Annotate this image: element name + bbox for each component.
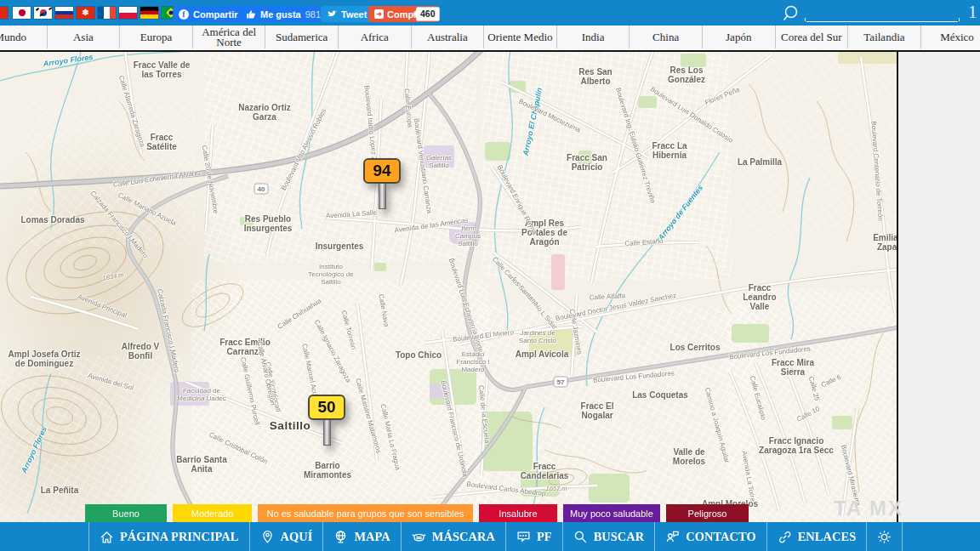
twitter-bird-icon — [327, 9, 338, 20]
region-nav: MundoAsiaEuropaAmérica del NorteSudameri… — [0, 26, 980, 52]
toolbar-label: PÁGINA PRINCIPAL — [120, 530, 239, 544]
thumbs-up-icon — [246, 9, 256, 20]
flag-south-korea-icon[interactable] — [34, 7, 52, 19]
facebook-icon: f — [179, 9, 189, 20]
pin-icon — [260, 530, 275, 544]
marker-post — [323, 420, 331, 446]
page: { "topbar": { "flags": ["partial-red","j… — [0, 0, 980, 551]
contact-icon — [665, 530, 680, 544]
flag-partial-red-icon[interactable] — [0, 7, 8, 19]
toolbar-gear-button[interactable] — [867, 522, 903, 551]
toolbar-label: MÁSCARA — [432, 530, 495, 544]
tab-tailandia[interactable]: Tailandia — [847, 26, 920, 48]
legend-item: Peligroso — [666, 504, 749, 522]
map[interactable]: Fracc Valle de las TorresNazario Ortiz G… — [0, 50, 897, 522]
map-features — [0, 50, 897, 522]
facebook-share-label: Compartir — [193, 9, 238, 20]
tab-china[interactable]: China — [629, 26, 702, 48]
tab-jap-n[interactable]: Japón — [702, 26, 775, 48]
legend-item: Moderado — [173, 504, 252, 522]
aqi-value: 94 — [363, 158, 401, 184]
tab-am-rica-del-norte[interactable]: América del Norte — [192, 26, 265, 48]
home-icon — [100, 530, 114, 544]
top-bar: f Compartir Me gusta 981 Tweet ➜ Compart… — [0, 0, 980, 26]
toolbar-label: ENLACES — [798, 530, 857, 544]
tab-asia[interactable]: Asia — [47, 26, 120, 48]
marker-post — [379, 184, 386, 209]
facebook-like-label: Me gusta — [260, 9, 301, 20]
toolbar-label: PF — [537, 530, 552, 544]
facebook-like-button[interactable]: Me gusta 981 — [240, 6, 327, 22]
tab-africa[interactable]: Africa — [338, 26, 411, 48]
toolbar-buscar-button[interactable]: BUSCAR — [563, 522, 656, 551]
flag-russia-icon[interactable] — [55, 7, 73, 19]
flag-hong-kong-icon[interactable] — [77, 7, 94, 19]
tab-europa[interactable]: Europa — [119, 26, 192, 48]
toolbar-aquí-button[interactable]: AQUÍ — [250, 522, 324, 551]
facebook-share-button[interactable]: f Compartir — [173, 6, 244, 22]
legend-item: Muy poco saludable — [563, 504, 660, 522]
tab-corea-del-sur[interactable]: Corea del Sur — [775, 26, 848, 48]
tab-india[interactable]: India — [556, 26, 630, 48]
right-gutter — [898, 50, 980, 522]
tab-oriente-medio[interactable]: Oriente Medio — [483, 26, 556, 48]
flag-japan-icon[interactable] — [13, 7, 31, 19]
mask-icon — [412, 530, 426, 544]
tweet-label: Tweet — [341, 9, 367, 20]
toolbar-label: CONTACTO — [686, 530, 755, 544]
toolbar-pf-button[interactable]: PF — [506, 522, 563, 551]
tab-sudamerica[interactable]: Sudamerica — [265, 26, 338, 48]
aqi-value: 50 — [308, 395, 345, 420]
bottom-toolbar: PÁGINA PRINCIPALAQUÍMAPAMÁSCARAPFBUSCARC… — [0, 522, 980, 551]
flag-france-icon[interactable] — [98, 7, 116, 19]
partial-text: 1 — [968, 2, 977, 23]
aqi-legend: BuenoModeradoNo es saludable para grupos… — [85, 504, 749, 522]
toolbar-máscara-button[interactable]: MÁSCARA — [402, 522, 506, 551]
tweet-button[interactable]: Tweet — [321, 6, 373, 22]
toolbar-label: AQUÍ — [281, 530, 313, 544]
flag-germany-icon[interactable] — [140, 7, 158, 19]
search-zone — [783, 3, 980, 24]
legend-item: Bueno — [85, 504, 167, 522]
search-icon — [783, 3, 803, 24]
legend-item: No es saludable para grupos que son sens… — [258, 504, 473, 522]
globe-icon — [333, 530, 348, 544]
flag-poland-icon[interactable] — [119, 7, 137, 19]
toolbar-label: BUSCAR — [594, 530, 645, 544]
link-icon — [778, 530, 792, 544]
toolbar-spacer — [0, 522, 89, 551]
legend-item: Insalubre — [479, 504, 557, 522]
toolbar-label: MAPA — [354, 530, 390, 544]
search-input[interactable] — [806, 18, 958, 22]
toolbar-contacto-button[interactable]: CONTACTO — [655, 522, 766, 551]
tab-australia[interactable]: Australia — [411, 26, 484, 48]
share-count-badge: 460 — [416, 7, 440, 21]
aqi-marker-50[interactable]: 50 — [308, 395, 345, 446]
toolbar-página-principal-button[interactable]: PÁGINA PRINCIPAL — [89, 522, 250, 551]
toolbar-mapa-button[interactable]: MAPA — [323, 522, 401, 551]
faq-icon — [516, 530, 531, 544]
gear-icon — [877, 530, 892, 544]
search-icon — [573, 530, 588, 544]
toolbar-enlaces-button[interactable]: ENLACES — [767, 522, 868, 551]
map-border — [897, 50, 898, 522]
facebook-like-count: 981 — [305, 9, 321, 20]
share-icon: ➜ — [374, 9, 384, 19]
tab-mundo[interactable]: Mundo — [0, 26, 47, 48]
tab-m-xico[interactable]: México — [920, 26, 980, 48]
aqi-marker-94[interactable]: 94 — [363, 158, 401, 209]
